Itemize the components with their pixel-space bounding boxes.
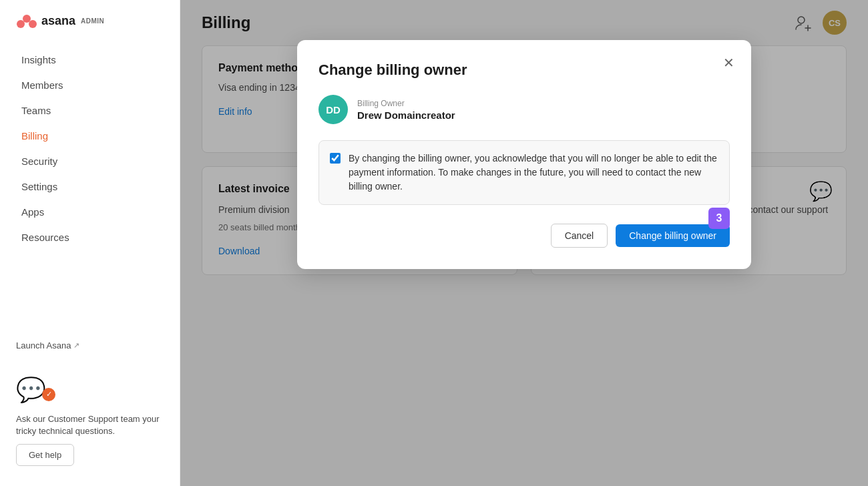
sidebar-item-security[interactable]: Security: [5, 149, 174, 174]
asana-logo: asana ADMIN: [16, 13, 104, 28]
sidebar-item-settings[interactable]: Settings: [5, 174, 174, 199]
asana-dots: [16, 13, 37, 28]
acknowledge-checkbox-row: By changing the billing owner, you ackno…: [318, 140, 730, 205]
sidebar-item-billing[interactable]: Billing: [5, 124, 174, 148]
cancel-button[interactable]: Cancel: [551, 224, 608, 248]
modal-close-button[interactable]: ✕: [719, 53, 738, 72]
logo-area: asana ADMIN: [0, 0, 180, 41]
step-badge: 3: [708, 208, 730, 229]
sidebar-item-teams[interactable]: Teams: [5, 98, 174, 123]
sidebar: asana ADMIN Insights Members Teams Billi…: [0, 0, 180, 486]
modal-overlay: Change billing owner ✕ DD Billing Owner …: [180, 0, 868, 486]
checkbox-text: By changing the billing owner, you ackno…: [349, 152, 718, 194]
sidebar-item-members[interactable]: Members: [5, 73, 174, 97]
sidebar-nav: Insights Members Teams Billing Security …: [0, 41, 180, 334]
svg-point-2: [29, 20, 37, 28]
billing-owner-label: Billing Owner: [357, 99, 455, 108]
modal-buttons: Cancel Change billing owner: [318, 224, 730, 248]
app-name: asana: [41, 14, 75, 28]
support-box: 💬 ✓ Ask our Customer Support team your t…: [16, 376, 164, 466]
billing-owner-row: DD Billing Owner Drew Domaincreator: [318, 95, 730, 124]
modal-title: Change billing owner: [318, 61, 730, 79]
check-circle-icon: ✓: [42, 388, 55, 401]
dd-avatar: DD: [318, 95, 348, 124]
admin-badge: ADMIN: [81, 17, 104, 25]
get-help-button[interactable]: Get help: [16, 444, 74, 466]
svg-point-0: [23, 15, 31, 23]
svg-point-1: [17, 20, 25, 28]
sidebar-support: 💬 ✓ Ask our Customer Support team your t…: [0, 362, 180, 486]
support-description: Ask our Customer Support team your trick…: [16, 413, 164, 437]
support-icons: 💬 ✓: [16, 376, 164, 404]
asana-logo-svg: [16, 13, 37, 28]
chat-bubble-icon: 💬: [16, 376, 46, 404]
external-link-icon: ↗: [73, 341, 79, 350]
billing-owner-name-modal: Drew Domaincreator: [357, 109, 455, 121]
change-billing-owner-modal: Change billing owner ✕ DD Billing Owner …: [297, 40, 751, 269]
main-content: Billing CS Payment method Visa ending in…: [180, 0, 868, 486]
sidebar-item-insights[interactable]: Insights: [5, 47, 174, 72]
sidebar-item-apps[interactable]: Apps: [5, 200, 174, 224]
billing-owner-info: Billing Owner Drew Domaincreator: [357, 99, 455, 121]
acknowledge-checkbox[interactable]: [330, 153, 341, 164]
sidebar-item-resources[interactable]: Resources: [5, 225, 174, 250]
launch-asana-link[interactable]: Launch Asana ↗: [0, 334, 180, 357]
